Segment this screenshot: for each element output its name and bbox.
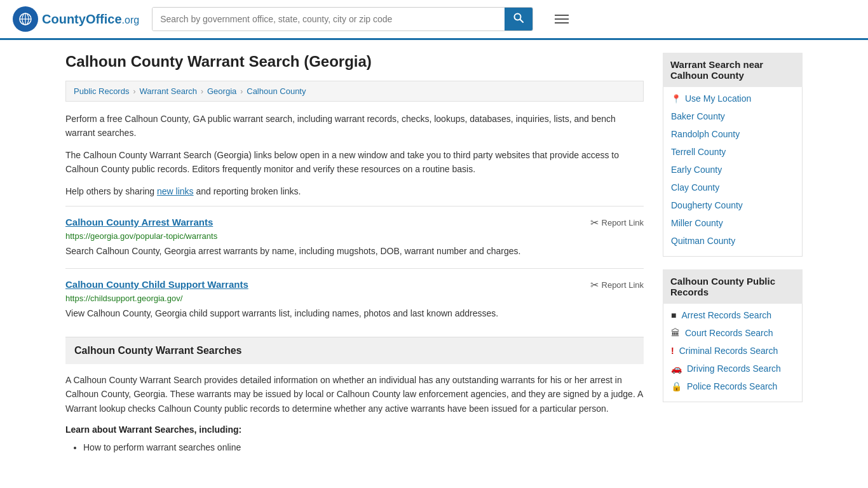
criminal-icon: ! — [671, 346, 674, 356]
section-body: A Calhoun County Warrant Search provides… — [65, 373, 644, 416]
section-heading: Calhoun County Warrant Searches — [65, 337, 644, 364]
site-header: CountyOffice.org — [0, 0, 868, 40]
sidebar-warrant-title: Warrant Search near Calhoun County — [663, 53, 803, 87]
breadcrumb-georgia[interactable]: Georgia — [207, 86, 236, 96]
search-bar — [152, 7, 533, 31]
randolph-county-link[interactable]: Randolph County — [671, 129, 740, 139]
driving-records-link[interactable]: Driving Records Search — [687, 363, 781, 374]
breadcrumb-sep-3: › — [240, 87, 243, 96]
sidebar-item-dougherty[interactable]: Dougherty County — [663, 196, 802, 214]
sidebar-item-miller[interactable]: Miller County — [663, 214, 802, 232]
use-my-location-link[interactable]: Use My Location — [685, 93, 751, 104]
use-my-location-item[interactable]: 📍 Use My Location — [663, 90, 802, 107]
list-item-0: How to perform warrant searches online — [83, 440, 644, 456]
new-links-link[interactable]: new links — [157, 186, 194, 196]
report-icon-0: ✂ — [590, 217, 599, 229]
breadcrumb-warrant-search[interactable]: Warrant Search — [139, 86, 197, 96]
sidebar: Warrant Search near Calhoun County 📍 Use… — [663, 53, 803, 456]
police-icon: 🔒 — [671, 381, 682, 391]
sidebar-public-records-links: ■ Arrest Records Search 🏛 Court Records … — [663, 304, 803, 402]
criminal-records-link[interactable]: Criminal Records Search — [679, 346, 778, 356]
search-button[interactable] — [505, 8, 532, 30]
link-url-1[interactable]: https://childsupport.georgia.gov/ — [65, 294, 644, 303]
content-area: Calhoun County Warrant Search (Georgia) … — [65, 53, 644, 456]
quitman-county-link[interactable]: Quitman County — [671, 236, 735, 246]
main-container: Calhoun County Warrant Search (Georgia) … — [53, 40, 815, 468]
breadcrumb-public-records[interactable]: Public Records — [74, 86, 129, 96]
desc3-prefix: Help others by sharing — [65, 186, 157, 196]
link-item-1-header: Calhoun County Child Support Warrants ✂ … — [65, 279, 644, 291]
driving-icon: 🚗 — [671, 363, 682, 374]
terrell-county-link[interactable]: Terrell County — [671, 147, 726, 157]
court-icon: 🏛 — [671, 328, 680, 338]
link-desc-0: Search Calhoun County, Georgia arrest wa… — [65, 245, 644, 258]
sidebar-item-terrell[interactable]: Terrell County — [663, 143, 802, 161]
menu-line-2 — [555, 18, 569, 20]
report-label-1: Report Link — [602, 280, 644, 290]
link-title-1[interactable]: Calhoun County Child Support Warrants — [65, 279, 248, 290]
breadcrumb-sep-1: › — [133, 87, 135, 96]
link-item-0: Calhoun County Arrest Warrants ✂ Report … — [65, 206, 644, 268]
breadcrumb-calhoun-county[interactable]: Calhoun County — [247, 86, 306, 96]
link-title-0[interactable]: Calhoun County Arrest Warrants — [65, 217, 213, 227]
pub-item-arrest[interactable]: ■ Arrest Records Search — [663, 306, 802, 324]
pub-item-criminal[interactable]: ! Criminal Records Search — [663, 342, 802, 360]
report-label-0: Report Link — [602, 218, 644, 227]
desc3-suffix: and reporting broken links. — [194, 186, 301, 196]
pub-item-driving[interactable]: 🚗 Driving Records Search — [663, 360, 802, 377]
link-item-1: Calhoun County Child Support Warrants ✂ … — [65, 268, 644, 330]
location-icon: 📍 — [671, 94, 681, 104]
page-title: Calhoun County Warrant Search (Georgia) — [65, 53, 644, 71]
arrest-icon: ■ — [671, 310, 676, 320]
miller-county-link[interactable]: Miller County — [671, 218, 723, 228]
pub-item-police[interactable]: 🔒 Police Records Search — [663, 377, 802, 395]
link-url-0[interactable]: https://georgia.gov/popular-topic/warran… — [65, 231, 644, 241]
menu-line-1 — [555, 15, 569, 16]
report-link-1[interactable]: ✂ Report Link — [590, 279, 644, 291]
link-item-0-header: Calhoun County Arrest Warrants ✂ Report … — [65, 217, 644, 229]
section-list: How to perform warrant searches online — [65, 440, 644, 456]
logo-tld: .org — [122, 15, 140, 25]
menu-line-3 — [555, 22, 569, 24]
pub-item-court[interactable]: 🏛 Court Records Search — [663, 324, 802, 342]
sidebar-item-quitman[interactable]: Quitman County — [663, 232, 802, 250]
report-icon-1: ✂ — [590, 279, 599, 291]
hamburger-menu-button[interactable] — [552, 12, 571, 26]
report-link-0[interactable]: ✂ Report Link — [590, 217, 644, 229]
court-records-link[interactable]: Court Records Search — [685, 328, 773, 338]
logo[interactable]: CountyOffice.org — [13, 6, 139, 32]
search-input[interactable] — [153, 8, 505, 30]
logo-text: CountyOffice.org — [42, 12, 139, 27]
sidebar-item-randolph[interactable]: Randolph County — [663, 125, 802, 143]
section-subheading: Learn about Warrant Searches, including: — [65, 424, 644, 435]
sidebar-public-records-title: Calhoun County Public Records — [663, 269, 803, 304]
svg-line-6 — [520, 20, 524, 23]
description-2: The Calhoun County Warrant Search (Georg… — [65, 148, 644, 177]
sidebar-item-early[interactable]: Early County — [663, 161, 802, 179]
logo-icon — [13, 6, 38, 32]
breadcrumb: Public Records › Warrant Search › Georgi… — [65, 81, 644, 102]
sidebar-item-baker[interactable]: Baker County — [663, 107, 802, 125]
description-3: Help others by sharing new links and rep… — [65, 184, 644, 198]
clay-county-link[interactable]: Clay County — [671, 182, 719, 193]
dougherty-county-link[interactable]: Dougherty County — [671, 200, 743, 210]
baker-county-link[interactable]: Baker County — [671, 111, 725, 121]
police-records-link[interactable]: Police Records Search — [687, 381, 777, 391]
breadcrumb-sep-2: › — [201, 87, 203, 96]
description-1: Perform a free Calhoun County, GA public… — [65, 112, 644, 140]
sidebar-warrant-links: 📍 Use My Location Baker County Randolph … — [663, 87, 803, 257]
link-desc-1: View Calhoun County, Georgia child suppo… — [65, 307, 644, 320]
early-county-link[interactable]: Early County — [671, 165, 722, 175]
sidebar-item-clay[interactable]: Clay County — [663, 179, 802, 196]
arrest-records-link[interactable]: Arrest Records Search — [681, 310, 771, 320]
logo-name: CountyOffice — [42, 12, 122, 26]
